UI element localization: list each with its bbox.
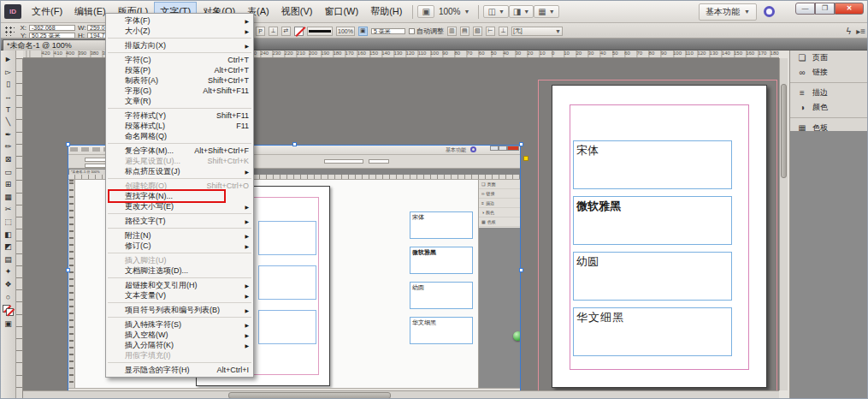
menu-item-22[interactable]: 超链接和交叉引用(H)▶ [106,280,253,290]
arrange-documents-dropdown[interactable]: ▦ ▼ [534,5,558,18]
menu-item-10[interactable]: 命名网格(Q) [106,131,253,141]
menu-item-26[interactable]: 插入空格(W)▶ [106,330,253,340]
gradient-feather-tool[interactable]: ◩ [3,241,15,253]
reference-point-proxy[interactable] [4,26,15,36]
menu-item-11[interactable]: 复合字体(M)...Alt+Shift+Ctrl+F [106,146,253,156]
x-field[interactable]: -362.068 [29,25,75,31]
line-tool[interactable]: ╲ [3,116,15,128]
align-left-icon[interactable]: ▥ [447,27,457,36]
menu-item-19[interactable]: 修订(C)▶ [106,241,253,251]
text-frame-yahei[interactable]: 微软雅黑 [573,196,732,245]
type-tool[interactable]: T [3,103,15,116]
distribute-icon[interactable]: ⊢ [486,27,495,36]
text-frame-xihei[interactable]: 华文细黑 [573,307,732,356]
menu-item-13[interactable]: 标点挤压设置(J)▶ [106,166,253,176]
menu-item-9[interactable]: 段落样式(L)F11 [106,121,253,131]
horizontal-scrollbar[interactable] [23,390,779,399]
stroke-weight-dropdown[interactable] [307,27,333,36]
pen-tool[interactable]: ✒ [3,128,15,141]
screen-mode-button[interactable]: ▣ [3,318,15,331]
menubar-item-6[interactable]: 视图(V) [275,2,319,21]
align-center-icon[interactable]: ▤ [460,27,469,36]
flip-horizontal-icon[interactable]: ⇄ [281,27,291,36]
minimize-button[interactable]: — [795,3,815,15]
paragraph-tool-icon[interactable]: P [256,27,265,36]
selection-handle-ne[interactable] [519,142,523,146]
menu-item-2[interactable]: 排版方向(X)▶ [106,40,253,51]
menu-item-12[interactable]: 避头尾设置(U)...Shift+Ctrl+K [106,156,253,166]
zoom-tool[interactable]: ○ [3,290,15,303]
gradient-tool[interactable]: ◧ [3,228,15,241]
menu-item-23[interactable]: 文本变量(V)▶ [106,290,253,301]
menu-item-15[interactable]: 查找字体(N)... [106,191,253,201]
bridge-icon[interactable]: ▣ [417,5,434,18]
selection-handle-e[interactable] [519,268,523,272]
hand-tool[interactable]: ❖ [3,278,15,291]
menu-item-5[interactable]: 制表符(A)Shift+Ctrl+T [106,75,253,86]
align-right-icon[interactable]: ▧ [473,27,482,36]
selection-handle-w[interactable] [66,268,70,272]
menu-item-18[interactable]: 附注(N)▶ [106,230,253,241]
screen-mode-dropdown[interactable]: ◨ ▼ [509,5,534,18]
menubar-item-0[interactable]: 文件(F) [26,2,68,21]
table-tool[interactable]: ▦ [3,191,15,204]
menubar-item-8[interactable]: 帮助(H) [364,2,408,21]
grid-tool[interactable]: ⊞ [3,178,15,191]
menu-item-3[interactable]: 字符(C)Ctrl+T [106,55,253,65]
menu-item-25[interactable]: 插入特殊字符(S)▶ [106,319,253,330]
quick-apply-icon[interactable]: ϟ [847,27,851,36]
pencil-tool[interactable]: ✏ [3,140,15,153]
selection-handle-n[interactable] [292,142,297,146]
vertical-scrollbar[interactable] [779,58,788,390]
wrap-icon[interactable]: ⊥ [499,27,508,36]
menu-item-0[interactable]: 字体(F)▶ [106,15,253,26]
dock-panel-2[interactable]: ≡描边 [790,86,868,100]
dock-panel-1[interactable]: ∞链接 [790,65,868,80]
view-options-dropdown[interactable]: ◫ ▼ [483,5,508,18]
rectangle-tool[interactable]: ▭ [3,165,15,178]
note-tool[interactable]: ▤ [3,253,15,266]
panel-menu-icon[interactable]: ▸≡ [856,27,865,36]
y-field[interactable]: 50.25 毫米 [29,33,75,39]
corner-options-icon[interactable]: ▣ [358,27,368,36]
menu-item-21[interactable]: 文档脚注选项(D)... [106,265,253,276]
close-button[interactable]: ✕ [835,3,864,15]
workspace-switcher[interactable]: 基本功能 ▼ [699,3,757,21]
menu-item-4[interactable]: 段落(P)Alt+Ctrl+T [106,65,253,75]
dock-panel-0[interactable]: ❏页面 [790,51,868,65]
zoom-level-dropdown[interactable]: 100% ▼ [434,5,475,18]
gap-field[interactable]: 5 毫米 [371,28,405,34]
menu-item-28[interactable]: 用假字填充(I) [106,350,253,360]
frame-tool[interactable]: ⊠ [3,153,15,166]
scissors-tool[interactable]: ✂ [3,203,15,216]
menu-item-24[interactable]: 项目符号列表和编号列表(B)▶ [106,305,253,315]
menu-item-20[interactable]: 插入脚注(U) [106,255,253,265]
autofit-checkbox[interactable]: 自动调整 [409,27,444,36]
menu-item-1[interactable]: 大小(Z)▶ [106,26,253,36]
menu-item-29[interactable]: 显示隐含的字符(H)Alt+Ctrl+I [106,365,253,375]
free-transform-tool[interactable]: ⬚ [3,216,15,229]
scrollbar-thumb[interactable] [228,392,391,399]
object-style-dropdown[interactable]: [无] ▼ [511,27,563,36]
cs-live-icon[interactable] [764,6,775,17]
menu-item-8[interactable]: 字符样式(Y)Shift+F11 [106,110,253,121]
text-frame-youyuan[interactable]: 幼圆 [573,252,732,301]
dock-panel-3[interactable]: ◑颜色 [790,100,868,115]
live-corner-handle[interactable] [523,156,528,161]
menubar-item-7[interactable]: 窗口(W) [318,2,364,21]
selection-tool[interactable]: ► [3,53,15,66]
scrollbar-thumb[interactable] [781,84,787,178]
menu-item-27[interactable]: 插入分隔符(K)▶ [106,340,253,350]
eyedropper-tool[interactable]: ✦ [3,265,15,278]
stroke-none-swatch[interactable] [294,27,304,36]
direct-selection-tool[interactable]: ▻ [3,66,15,79]
page-tool[interactable]: ▯ [3,78,15,91]
menu-item-6[interactable]: 字形(G)Alt+Shift+F11 [106,86,253,96]
restore-button[interactable]: ❐ [815,3,835,15]
menu-item-7[interactable]: 文章(R) [106,96,253,106]
gap-tool[interactable]: ↔ [3,91,15,104]
text-frame-songti[interactable]: 宋体 [573,140,732,189]
scale-field[interactable]: 100% [336,27,355,36]
fill-stroke-swatch[interactable] [3,305,14,316]
menu-item-17[interactable]: 路径文字(T)▶ [106,216,253,226]
